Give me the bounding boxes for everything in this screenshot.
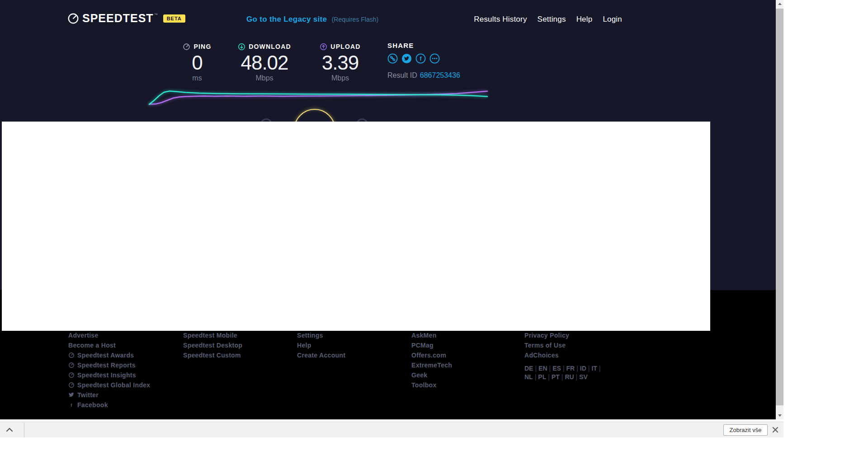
footer-link-twitter[interactable]: Twitter [68, 390, 150, 400]
footer-link-extremetech[interactable]: ExtremeTech [411, 360, 452, 370]
nav-item-settings[interactable]: Settings [538, 15, 566, 24]
arrow-down-circle-icon [238, 43, 245, 51]
footer-link-adchoices[interactable]: AdChoices [524, 350, 569, 360]
main-nav: Results HistorySettingsHelpLogin [474, 15, 622, 24]
metric-unit: Mbps [310, 74, 371, 82]
link-share-icon[interactable] [387, 53, 398, 64]
scroll-down-button[interactable] [776, 412, 783, 419]
metric-unit: ms [175, 74, 220, 82]
language-separator: | [586, 365, 592, 372]
legacy-site-link[interactable]: Go to the Legacy site (Requires Flash) [246, 15, 378, 24]
nav-item-results-history[interactable]: Results History [474, 15, 527, 24]
beta-badge: BETA [163, 14, 185, 23]
nav-item-help[interactable]: Help [576, 15, 593, 24]
language-en[interactable]: EN [538, 365, 547, 372]
footer-column-5: Privacy PolicyTerms of UseAdChoices [524, 330, 569, 360]
shelf-divider [24, 423, 24, 437]
footer-link-pcmag[interactable]: PCMag [411, 340, 452, 350]
speedtest-logo[interactable]: SPEEDTEST ™ BETA [67, 12, 185, 25]
nav-item-login[interactable]: Login [603, 15, 622, 24]
speed-graph [147, 87, 491, 109]
facebook-share-icon[interactable]: f [415, 53, 426, 64]
footer-link-settings[interactable]: Settings [297, 330, 345, 340]
footer-link-label: ExtremeTech [411, 360, 452, 370]
language-separator: | [575, 365, 580, 372]
gauge-icon [183, 43, 190, 51]
footer-link-geek[interactable]: Geek [411, 370, 452, 380]
more-share-icon[interactable] [429, 53, 440, 64]
language-pl[interactable]: PL [538, 373, 546, 381]
footer-link-label: Settings [297, 330, 323, 340]
chevron-up-icon [6, 428, 13, 432]
browser-viewport: SPEEDTEST ™ BETA Go to the Legacy site (… [0, 0, 868, 470]
footer-link-speedtest-mobile[interactable]: Speedtest Mobile [183, 330, 242, 340]
notification-bar: Zobrazit vše [0, 422, 783, 437]
show-all-button[interactable]: Zobrazit vše [723, 424, 768, 436]
language-separator: | [533, 365, 538, 372]
language-separator: | [547, 365, 553, 372]
footer-link-label: Speedtest Custom [183, 350, 241, 360]
vertical-scrollbar[interactable] [776, 0, 783, 419]
language-fr[interactable]: FR [566, 365, 575, 372]
footer-link-create-account[interactable]: Create Account [297, 350, 345, 360]
svg-text:f: f [71, 403, 72, 408]
language-it[interactable]: IT [591, 365, 597, 372]
footer-link-toolbox[interactable]: Toolbox [411, 380, 452, 390]
footer-link-label: Speedtest Reports [77, 360, 136, 370]
footer-link-terms-of-use[interactable]: Terms of Use [524, 340, 569, 350]
language-ru[interactable]: RU [565, 373, 574, 381]
twitter-share-icon[interactable] [401, 53, 412, 64]
language-separator: | [560, 373, 565, 381]
result-id-link[interactable]: 6867253436 [420, 71, 460, 79]
speedtest-gauge-icon [67, 13, 79, 24]
metric-download: DOWNLOAD 48.02 Mbps [228, 42, 301, 82]
footer-link-label: Advertise [68, 330, 99, 340]
language-es[interactable]: ES [552, 365, 561, 372]
metric-value: 48.02 [228, 52, 301, 73]
language-separator: | [574, 373, 580, 381]
footer-link-help[interactable]: Help [297, 340, 345, 350]
language-nl[interactable]: NL [524, 373, 533, 381]
footer-column-2: Speedtest MobileSpeedtest DesktopSpeedte… [183, 330, 242, 360]
footer-link-label: Facebook [77, 400, 108, 410]
metric-unit: Mbps [228, 74, 301, 82]
footer-link-label: Speedtest Awards [77, 350, 134, 360]
language-line-1: DE|EN|ES|FR|ID|IT| [524, 364, 610, 373]
footer-link-label: Geek [411, 370, 427, 380]
footer-link-label: Speedtest Desktop [183, 340, 242, 350]
footer-link-speedtest-custom[interactable]: Speedtest Custom [183, 350, 242, 360]
footer-column-1: AdvertiseBecome a HostSpeedtest AwardsSp… [68, 330, 150, 410]
language-line-2: NL|PL|PT|RU|SV [524, 373, 610, 381]
facebook-icon: f [68, 402, 75, 408]
gauge-icon [68, 352, 75, 358]
footer-link-speedtest-insights[interactable]: Speedtest Insights [68, 370, 150, 380]
close-shelf-button[interactable] [771, 426, 779, 434]
footer-link-privacy-policy[interactable]: Privacy Policy [524, 330, 569, 340]
language-id[interactable]: ID [580, 365, 586, 372]
scroll-up-button[interactable] [776, 0, 783, 8]
footer-link-speedtest-reports[interactable]: Speedtest Reports [68, 360, 150, 370]
language-separator: | [533, 373, 538, 381]
footer-link-facebook[interactable]: fFacebook [68, 400, 150, 410]
legacy-link-text: Go to the Legacy site [246, 15, 327, 24]
footer-link-askmen[interactable]: AskMen [411, 330, 452, 340]
language-sv[interactable]: SV [579, 373, 588, 381]
footer-link-label: Toolbox [411, 380, 437, 390]
footer-link-become-a-host[interactable]: Become a Host [68, 340, 150, 350]
legacy-link-note: (Requires Flash) [332, 16, 378, 23]
gauge-icon [68, 382, 75, 388]
language-selector: DE|EN|ES|FR|ID|IT|NL|PL|PT|RU|SV [524, 364, 610, 381]
metric-value: 0 [175, 52, 220, 73]
footer-link-speedtest-awards[interactable]: Speedtest Awards [68, 350, 150, 360]
footer-link-speedtest-desktop[interactable]: Speedtest Desktop [183, 340, 242, 350]
footer-link-advertise[interactable]: Advertise [68, 330, 150, 340]
svg-text:f: f [420, 56, 422, 62]
trademark-mark: ™ [154, 13, 158, 17]
scrollbar-thumb[interactable] [776, 9, 783, 405]
share-label: SHARE [387, 42, 482, 49]
expand-shelf-button[interactable] [5, 426, 14, 434]
footer-link-offers-com[interactable]: Offers.com [411, 350, 452, 360]
language-de[interactable]: DE [524, 365, 533, 372]
footer-link-speedtest-global-index[interactable]: Speedtest Global Index [68, 380, 150, 390]
language-pt[interactable]: PT [552, 373, 560, 381]
